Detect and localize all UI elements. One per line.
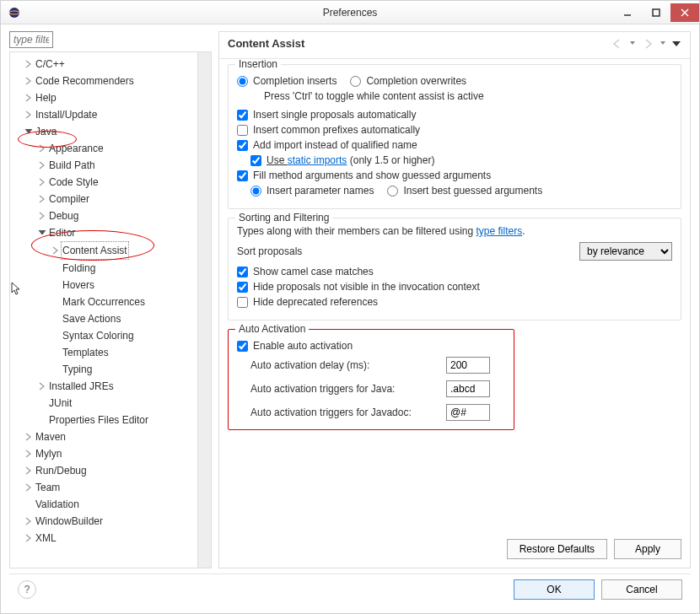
chevron-right-icon — [24, 482, 34, 493]
label-add-import: Add import instead of qualified name — [253, 139, 417, 151]
right-pane: Content Assist Insertion Comp — [218, 31, 691, 568]
chevron-right-icon — [24, 110, 34, 120]
minimize-button[interactable] — [613, 3, 642, 22]
tree-item-saveactions[interactable]: Save Actions — [12, 310, 196, 327]
cancel-button[interactable]: Cancel — [601, 579, 682, 600]
chevron-right-icon — [24, 93, 34, 103]
tree-item-xml[interactable]: XML — [12, 530, 196, 547]
titlebar: Preferences — [1, 1, 699, 24]
group-auto-activation-title: Auto Activation — [235, 323, 309, 335]
types-filter-hint: Types along with their members can be fi… — [237, 225, 672, 237]
tree-item-syntax[interactable]: Syntax Coloring — [12, 327, 196, 344]
chevron-right-icon — [37, 143, 47, 154]
ctrl-toggle-hint: Press 'Ctrl' to toggle while content ass… — [264, 90, 672, 102]
tree-item-typing[interactable]: Typing — [12, 361, 196, 378]
tree-item-jres[interactable]: Installed JREs — [12, 378, 196, 395]
tree-item-help[interactable]: Help — [12, 89, 196, 106]
menu-dropdown-icon[interactable] — [671, 38, 681, 50]
tree-item-codestyle[interactable]: Code Style — [12, 174, 196, 191]
tree-item-appearance[interactable]: Appearance — [12, 140, 196, 157]
label-hide-not-visible: Hide proposals not visible in the invoca… — [253, 281, 480, 293]
maximize-button[interactable] — [642, 3, 670, 22]
tree-item-propfiles[interactable]: Properties Files Editor — [12, 412, 196, 428]
link-type-filters[interactable]: type filters — [476, 225, 522, 237]
group-insertion: Insertion Completion inserts Completion … — [228, 64, 681, 209]
checkbox-use-static[interactable] — [250, 155, 261, 166]
select-sort-proposals[interactable]: by relevance — [579, 242, 672, 261]
tree-item-templates[interactable]: Templates — [12, 344, 196, 361]
restore-defaults-button[interactable]: Restore Defaults — [507, 539, 607, 559]
apply-button[interactable]: Apply — [614, 539, 681, 559]
chevron-right-icon — [24, 432, 34, 442]
chevron-right-icon — [24, 533, 34, 543]
input-auto-delay[interactable] — [446, 357, 490, 374]
tree-item-coderec[interactable]: Code Recommenders — [12, 73, 196, 89]
tree-item-debug[interactable]: Debug — [12, 207, 196, 224]
filter-input[interactable] — [9, 31, 53, 48]
left-pane: C/C++ Code Recommenders Help Install/Upd… — [9, 31, 212, 568]
tree-item-junit[interactable]: JUnit — [12, 395, 196, 412]
tree-item-install[interactable]: Install/Update — [12, 106, 196, 123]
tree-item-rundebug[interactable]: Run/Debug — [12, 462, 196, 479]
chevron-right-icon — [24, 449, 34, 459]
label-auto-triggers-javadoc: Auto activation triggers for Javadoc: — [250, 407, 436, 418]
checkbox-insert-single[interactable] — [237, 110, 248, 121]
footer: ? OK Cancel — [9, 574, 691, 606]
chevron-right-icon — [24, 76, 34, 86]
checkbox-insert-common[interactable] — [237, 125, 248, 136]
radio-insert-param[interactable] — [250, 186, 261, 197]
group-insertion-title: Insertion — [235, 59, 281, 70]
checkbox-add-import[interactable] — [237, 140, 248, 151]
label-fill-method: Fill method arguments and show guessed a… — [253, 170, 491, 181]
checkbox-hide-not-visible[interactable] — [237, 282, 248, 293]
tree-item-java[interactable]: Java — [12, 123, 196, 140]
label-auto-delay: Auto activation delay (ms): — [250, 359, 436, 371]
checkbox-enable-auto[interactable] — [237, 341, 248, 352]
close-button[interactable] — [670, 3, 699, 22]
chevron-down-icon — [37, 228, 47, 238]
radio-completion-overwrites[interactable] — [350, 76, 361, 87]
tree-item-folding[interactable]: Folding — [12, 260, 196, 277]
checkbox-hide-deprecated[interactable] — [237, 297, 248, 308]
tree-item-compiler[interactable]: Compiler — [12, 191, 196, 207]
tree-item-validation[interactable]: Validation — [12, 496, 196, 513]
chevron-down-icon[interactable] — [629, 38, 636, 50]
tree-scrollbar[interactable] — [197, 52, 211, 568]
link-static-imports[interactable]: static imports — [288, 154, 347, 166]
chevron-right-icon — [37, 194, 47, 204]
tree-item-editor[interactable]: Editor — [12, 224, 196, 241]
radio-insert-best[interactable] — [387, 186, 398, 197]
nav-forward-icon[interactable] — [641, 38, 654, 50]
tree-item-windowbuilder[interactable]: WindowBuilder — [12, 513, 196, 530]
help-icon[interactable]: ? — [18, 580, 36, 599]
cursor-icon — [10, 283, 22, 296]
label-insert-param: Insert parameter names — [267, 185, 374, 197]
label-camel: Show camel case matches — [253, 266, 374, 277]
chevron-right-icon — [37, 177, 47, 187]
tree-item-cpp[interactable]: C/C++ — [12, 56, 196, 73]
chevron-right-icon — [37, 211, 47, 221]
eclipse-icon — [8, 6, 21, 19]
label-insert-common: Insert common prefixes automatically — [253, 124, 420, 136]
checkbox-camel[interactable] — [237, 267, 248, 277]
window-title: Preferences — [323, 7, 378, 19]
input-auto-triggers-javadoc[interactable] — [446, 404, 490, 421]
label-enable-auto: Enable auto activation — [253, 340, 353, 352]
tree-item-markocc[interactable]: Mark Occurrences — [12, 294, 196, 310]
tree-item-mylyn[interactable]: Mylyn — [12, 445, 196, 462]
tree-item-team[interactable]: Team — [12, 479, 196, 496]
svg-rect-3 — [653, 9, 660, 16]
nav-back-icon[interactable] — [611, 38, 624, 50]
tree-item-maven[interactable]: Maven — [12, 428, 196, 445]
tree-item-contentassist[interactable]: Content Assist — [12, 241, 196, 260]
input-auto-triggers-java[interactable] — [446, 380, 490, 397]
tree-item-buildpath[interactable]: Build Path — [12, 157, 196, 174]
radio-completion-inserts[interactable] — [237, 76, 248, 87]
chevron-down-icon — [24, 127, 34, 137]
tree-item-hovers[interactable]: Hovers — [12, 277, 196, 294]
chevron-down-icon[interactable] — [660, 38, 666, 50]
ok--buttoninspected-label[interactable]: OK — [514, 579, 595, 600]
group-auto-activation: Auto Activation Enable auto activation A… — [228, 329, 514, 430]
checkbox-fill-method[interactable] — [237, 170, 248, 181]
preference-tree[interactable]: C/C++ Code Recommenders Help Install/Upd… — [10, 52, 197, 568]
